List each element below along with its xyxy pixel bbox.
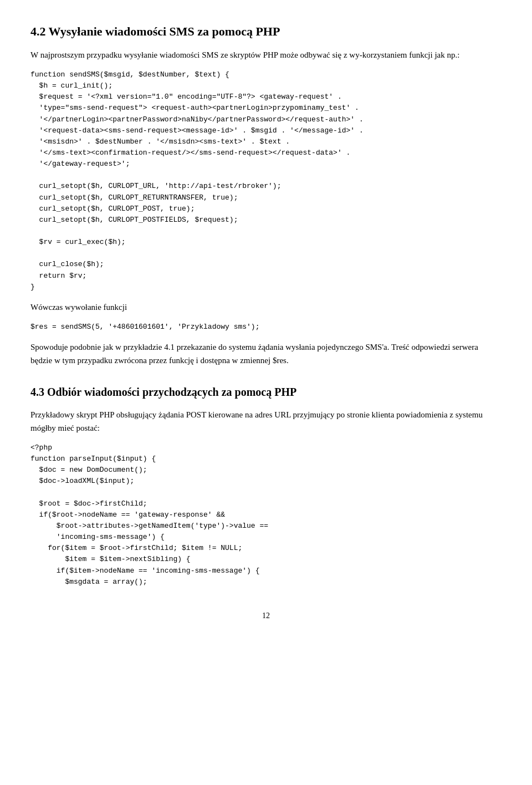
code-block-3: <?php function parseInput($input) { $doc… [30,442,502,588]
section-4-3-intro: Przykładowy skrypt PHP obsługujący żądan… [30,408,502,435]
page-number: 12 [30,610,502,621]
page-content: 4.2 Wysyłanie wiadomości SMS za pomocą P… [30,22,502,621]
result-paragraph: Spowoduje podobnie jak w przykładzie 4.1… [30,340,502,367]
code-block-2: $res = sendSMS(5, '+48601601601', 'Przyk… [30,322,502,333]
wywolanie-paragraph: Wówczas wywołanie funkcji [30,300,502,314]
code-block-1: function sendSMS($msgid, $destNumber, $t… [30,69,502,293]
section-heading-4-2: 4.2 Wysyłanie wiadomości SMS za pomocą P… [30,22,502,40]
section-4-3: 4.3 Odbiór wiadomości przychodzących za … [30,384,502,588]
section-heading-4-3: 4.3 Odbiór wiadomości przychodzących za … [30,384,502,400]
intro-paragraph: W najprostszym przypadku wysyłanie wiado… [30,48,502,62]
section-4-2: 4.2 Wysyłanie wiadomości SMS za pomocą P… [30,22,502,367]
